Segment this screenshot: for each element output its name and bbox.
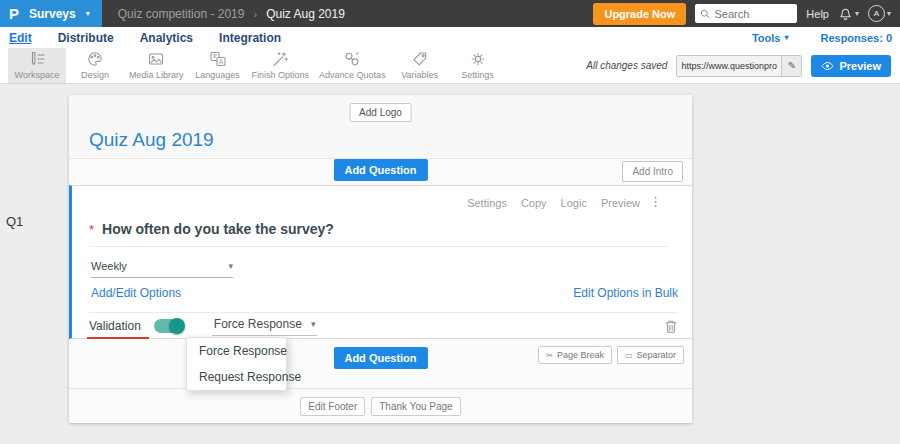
page-controls: ✂Page Break ▭Separator (538, 346, 684, 364)
chevron-down-icon: ▾ (784, 33, 788, 42)
tag-icon (411, 51, 429, 67)
questionpro-editor: P Surveys ▾ Quiz competition - 2019 › Qu… (0, 0, 900, 444)
separator-icon: ▭ (625, 351, 633, 360)
validation-type-select[interactable]: Force Response ▾ (212, 317, 318, 336)
account-menu[interactable]: A ▾ (868, 5, 891, 22)
toolbar-tab-workspace[interactable]: Workspace (8, 48, 66, 83)
add-question-button-top[interactable]: Add Question (333, 159, 427, 181)
edit-options-in-bulk-link[interactable]: Edit Options in Bulk (573, 286, 678, 300)
toggle-knob (169, 318, 185, 334)
top-bar: P Surveys ▾ Quiz competition - 2019 › Qu… (0, 0, 900, 27)
selected-option-label: Weekly (91, 260, 127, 272)
nav-tab-integration[interactable]: Integration (219, 31, 281, 45)
validation-type-value: Force Response (214, 317, 302, 331)
breadcrumb-current: Quiz Aug 2019 (266, 7, 345, 21)
notifications-menu[interactable]: ▾ (838, 6, 859, 21)
survey-card: Add Logo Quiz Aug 2019 Add Question Add … (69, 95, 692, 423)
edit-footer-button[interactable]: Edit Footer (300, 397, 365, 416)
toolbar-tab-languages[interactable]: A Languages (189, 48, 247, 83)
toolbar-tab-settings[interactable]: Settings (449, 48, 507, 83)
add-intro-button[interactable]: Add Intro (622, 161, 683, 182)
chevron-down-icon: ▾ (887, 9, 891, 18)
avatar: A (868, 5, 885, 22)
edit-url-button[interactable]: ✎ (781, 56, 801, 76)
chevron-down-icon: ▾ (855, 9, 859, 18)
surveys-menu[interactable]: P Surveys ▾ (0, 0, 102, 27)
save-status: All changes saved (586, 60, 667, 71)
survey-header-section: Add Logo Quiz Aug 2019 (69, 95, 692, 159)
toolbar-tab-advance-quotas[interactable]: Advance Quotas (314, 48, 391, 83)
nav-tab-distribute[interactable]: Distribute (58, 31, 114, 45)
question-settings-link[interactable]: Settings (467, 197, 507, 209)
add-question-button-bottom[interactable]: Add Question (333, 347, 427, 369)
upgrade-now-button[interactable]: Upgrade Now (593, 3, 686, 25)
toolbar-tab-variables[interactable]: Variables (391, 48, 449, 83)
question-copy-link[interactable]: Copy (521, 197, 547, 209)
questionpro-logo: P (9, 6, 19, 21)
footer-controls: Edit Footer Thank You Page (69, 388, 692, 423)
nav-right: Tools▾ Responses: 0 (752, 32, 900, 44)
translate-icon: A (209, 51, 227, 67)
search-input[interactable] (715, 8, 793, 20)
tools-menu[interactable]: Tools▾ (752, 32, 789, 44)
breadcrumb-separator: › (253, 8, 257, 20)
quota-links-icon (343, 51, 361, 67)
thank-you-page-button[interactable]: Thank You Page (371, 397, 460, 416)
validation-dropdown-menu: Force Response Request Response (186, 337, 287, 391)
add-edit-options-link[interactable]: Add/Edit Options (91, 286, 181, 300)
question-number-label: Q1 (6, 214, 23, 229)
breadcrumb: Quiz competition - 2019 › Quiz Aug 2019 (118, 7, 345, 21)
chevron-down-icon: ▾ (228, 261, 233, 271)
search-icon (700, 8, 710, 20)
magic-wand-icon (271, 51, 289, 67)
bell-icon (838, 6, 853, 21)
separator-button[interactable]: ▭Separator (617, 346, 684, 364)
search-box[interactable] (695, 4, 797, 23)
toolbar-right: All changes saved ✎ Preview (586, 48, 891, 83)
survey-url-input[interactable] (677, 56, 781, 76)
survey-title[interactable]: Quiz Aug 2019 (89, 129, 214, 151)
validation-label: Validation (89, 319, 141, 333)
add-question-row-bottom: Add Question ✂Page Break ▭Separator (69, 339, 692, 388)
gear-icon (469, 51, 487, 67)
eye-icon (821, 61, 834, 71)
question-logic-link[interactable]: Logic (561, 197, 587, 209)
main-nav: Edit Distribute Analytics Integration To… (0, 27, 900, 48)
chevron-down-icon: ▾ (86, 9, 90, 18)
toolbar-tab-design[interactable]: Design (66, 48, 124, 83)
preview-button[interactable]: Preview (811, 55, 891, 77)
nav-tab-analytics[interactable]: Analytics (140, 31, 193, 45)
question-more-menu[interactable]: ⋮ (649, 195, 662, 208)
question-text[interactable]: How often do you take the survey? (102, 221, 334, 237)
image-icon (147, 51, 165, 67)
nav-tab-edit[interactable]: Edit (9, 31, 32, 45)
survey-canvas: Q1 Add Logo Quiz Aug 2019 Add Question A… (0, 85, 900, 444)
scissors-icon: ✂ (546, 351, 553, 360)
palette-icon (86, 51, 104, 67)
validation-row: Validation Force Response ▾ (89, 312, 678, 339)
trash-icon (664, 319, 678, 334)
editor-toolbar: Workspace Design Media Library A Languag… (0, 48, 900, 84)
answer-option-select[interactable]: Weekly ▾ (91, 260, 233, 278)
breadcrumb-parent[interactable]: Quiz competition - 2019 (118, 7, 245, 21)
survey-url-box: ✎ (676, 55, 802, 77)
question-divider (89, 246, 668, 247)
topbar-right: Upgrade Now Help ▾ A ▾ (593, 3, 900, 25)
required-marker: * (89, 222, 94, 237)
question-text-row: * How often do you take the survey? (89, 221, 334, 237)
product-label: Surveys (29, 7, 76, 21)
responses-link[interactable]: Responses: 0 (820, 32, 892, 44)
delete-question-button[interactable] (664, 319, 678, 334)
chevron-down-icon: ▾ (311, 319, 316, 329)
page-break-button[interactable]: ✂Page Break (538, 346, 612, 364)
validation-toggle[interactable] (154, 319, 184, 333)
add-logo-button[interactable]: Add Logo (349, 103, 412, 122)
menu-item-force-response[interactable]: Force Response (187, 338, 286, 364)
question-preview-link[interactable]: Preview (601, 197, 640, 209)
toolbar-tab-media-library[interactable]: Media Library (124, 48, 189, 83)
toolbar-tab-finish-options[interactable]: Finish Options (247, 48, 315, 83)
help-link[interactable]: Help (806, 8, 829, 20)
question-actions: Settings Copy Logic Preview (467, 197, 640, 209)
menu-item-request-response[interactable]: Request Response (187, 364, 286, 390)
workspace-icon (28, 51, 46, 67)
